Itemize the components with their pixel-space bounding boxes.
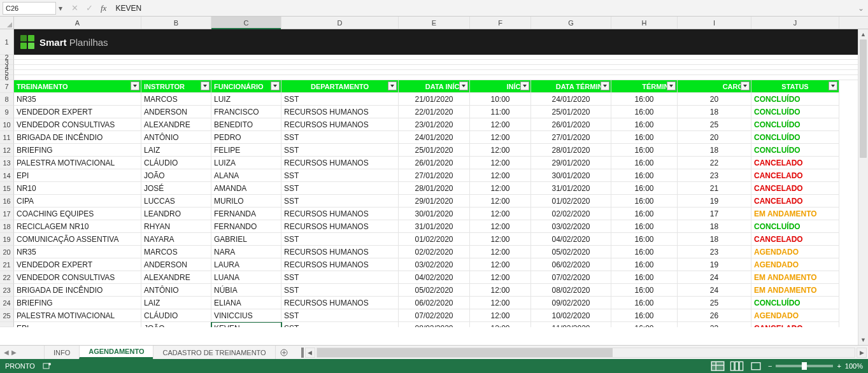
table-cell[interactable]: 12:00 (470, 157, 531, 169)
row-header[interactable]: 12 (0, 144, 14, 157)
row-header[interactable]: 6 (0, 75, 14, 80)
table-header[interactable]: FUNCIONÁRIO (211, 80, 281, 93)
table-header[interactable]: CARGA (678, 80, 751, 93)
name-box-dropdown[interactable]: ▾ (56, 4, 65, 13)
table-cell[interactable]: CONCLUÍDO (751, 297, 839, 309)
table-cell[interactable]: RECURSOS HUMANOS (281, 157, 399, 169)
table-cell[interactable]: 25 (678, 297, 751, 309)
table-cell[interactable]: 21 (678, 182, 751, 195)
table-cell[interactable]: 16:00 (611, 182, 678, 195)
table-cell[interactable]: 16:00 (611, 233, 678, 246)
zoom-level[interactable]: 100% (845, 362, 863, 370)
table-cell[interactable]: 30/01/2020 (399, 208, 470, 220)
view-normal-icon[interactable] (711, 361, 725, 371)
table-cell[interactable]: 16:00 (611, 297, 678, 309)
table-cell[interactable]: CANCELADO (751, 195, 839, 208)
table-cell[interactable]: NR10 (14, 182, 141, 195)
table-header[interactable]: TÉRMINO (611, 80, 678, 93)
table-cell[interactable]: SST (281, 271, 399, 284)
table-cell[interactable]: JOÃO (141, 322, 211, 327)
hscroll-right-icon[interactable]: ▶ (857, 348, 867, 358)
table-cell[interactable]: 20 (678, 93, 751, 106)
table-cell[interactable]: 25 (678, 118, 751, 131)
table-cell[interactable]: CANCELADO (751, 157, 839, 169)
row-header[interactable]: 1 (0, 29, 14, 55)
table-cell[interactable]: FELIPE (211, 144, 281, 157)
table-cell[interactable]: LAIZ (141, 297, 211, 309)
table-cell[interactable]: ANTÔNIO (141, 131, 211, 144)
table-cell[interactable]: RECURSOS HUMANOS (281, 106, 399, 118)
table-cell[interactable]: RECURSOS HUMANOS (281, 208, 399, 220)
filter-dropdown-icon[interactable] (201, 81, 210, 90)
row-header[interactable]: 11 (0, 131, 14, 144)
table-cell[interactable]: 16:00 (611, 93, 678, 106)
table-cell[interactable]: 16:00 (611, 322, 678, 327)
table-cell[interactable]: PEDRO (211, 131, 281, 144)
table-header[interactable]: DATA TÉRMINO (531, 80, 611, 93)
table-cell[interactable]: LUIZ (211, 93, 281, 106)
table-cell[interactable]: CANCELADO (751, 182, 839, 195)
zoom-in-icon[interactable]: + (837, 362, 841, 370)
table-cell[interactable]: 24 (678, 284, 751, 297)
table-cell[interactable]: 06/02/2020 (399, 297, 470, 309)
col-D[interactable]: D (281, 17, 399, 29)
table-cell[interactable]: CONCLUÍDO (751, 93, 839, 106)
enter-icon[interactable]: ✓ (86, 3, 93, 13)
filter-dropdown-icon[interactable] (271, 81, 280, 90)
table-cell[interactable]: BRIGADA DE INCÊNDIO (14, 284, 141, 297)
table-cell[interactable]: 12:00 (470, 233, 531, 246)
table-cell[interactable]: 21/01/2020 (399, 93, 470, 106)
table-cell[interactable]: 29/01/2020 (531, 157, 611, 169)
table-cell[interactable]: NR35 (14, 246, 141, 258)
table-cell[interactable]: 01/02/2020 (531, 195, 611, 208)
zoom-slider[interactable] (776, 365, 833, 367)
table-cell[interactable]: FERNANDA (211, 208, 281, 220)
new-sheet-button[interactable] (276, 346, 292, 359)
row-header[interactable]: 9 (0, 106, 14, 118)
row-header[interactable]: 18 (0, 220, 14, 233)
table-cell[interactable]: 16:00 (611, 118, 678, 131)
table-cell[interactable]: 16:00 (611, 309, 678, 322)
table-cell[interactable]: BRIGADA DE INCÊNDIO (14, 131, 141, 144)
table-cell[interactable]: 24 (678, 271, 751, 284)
table-cell[interactable]: SST (281, 322, 399, 327)
table-cell[interactable]: VINICCIUS (211, 309, 281, 322)
table-cell[interactable]: LUANA (211, 271, 281, 284)
table-cell[interactable]: 12:00 (470, 258, 531, 271)
table-cell[interactable]: CANCELADO (751, 233, 839, 246)
table-cell[interactable]: 31/01/2020 (531, 182, 611, 195)
table-cell[interactable]: MARCOS (141, 246, 211, 258)
scroll-up-icon[interactable]: ▲ (858, 29, 868, 39)
table-cell[interactable]: 23 (678, 322, 751, 327)
table-cell[interactable]: RECURSOS HUMANOS (281, 118, 399, 131)
table-cell[interactable]: 10:00 (470, 93, 531, 106)
table-cell[interactable]: RHYAN (141, 220, 211, 233)
filter-dropdown-icon[interactable] (667, 81, 676, 90)
v-scroll-thumb[interactable] (860, 39, 867, 158)
table-cell[interactable]: SST (281, 169, 399, 182)
filter-dropdown-icon[interactable] (741, 81, 750, 90)
filter-dropdown-icon[interactable] (829, 81, 837, 90)
filter-dropdown-icon[interactable] (459, 81, 468, 90)
table-cell[interactable]: 17 (678, 208, 751, 220)
col-E[interactable]: E (399, 17, 470, 29)
col-I[interactable]: I (678, 17, 751, 29)
sheet-tab[interactable]: INFO (44, 346, 80, 359)
row-header[interactable]: 22 (0, 271, 14, 284)
table-cell[interactable]: ANDERSON (141, 106, 211, 118)
table-header[interactable]: DEPARTAMENTO (281, 80, 399, 93)
table-cell[interactable]: NARA (211, 246, 281, 258)
table-cell[interactable]: EM ANDAMENTO (751, 271, 839, 284)
formula-input[interactable]: KEVEN (113, 4, 854, 13)
table-cell[interactable]: 26 (678, 309, 751, 322)
col-H[interactable]: H (611, 17, 678, 29)
table-cell[interactable]: 01/02/2020 (399, 233, 470, 246)
table-cell[interactable]: 02/02/2020 (399, 246, 470, 258)
table-cell[interactable]: LUIZA (211, 157, 281, 169)
vertical-scrollbar[interactable]: ▲ ▼ (858, 29, 868, 345)
row-header[interactable]: 25 (0, 309, 14, 322)
table-cell[interactable]: VENDEDOR CONSULTIVAS (14, 271, 141, 284)
table-cell[interactable]: 16:00 (611, 144, 678, 157)
row-header[interactable]: 16 (0, 195, 14, 208)
table-cell[interactable]: MARCOS (141, 93, 211, 106)
